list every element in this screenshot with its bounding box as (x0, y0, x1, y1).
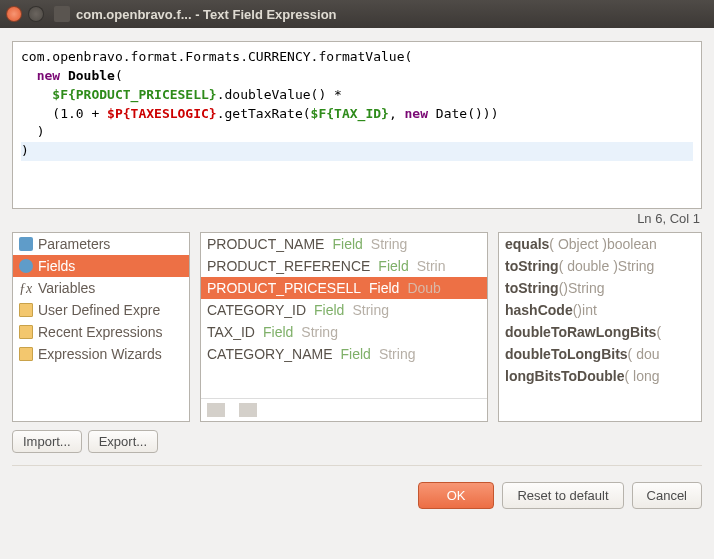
import-button[interactable]: Import... (12, 430, 82, 453)
method-row[interactable]: hashCode() int (499, 299, 701, 321)
method-row[interactable]: longBitsToDouble( long (499, 365, 701, 387)
category-fields[interactable]: Fields (13, 255, 189, 277)
fields-toolbar (201, 398, 487, 421)
variables-icon: ƒx (19, 281, 33, 295)
field-row[interactable]: PRODUCT_PRICESELLFieldDoub (201, 277, 487, 299)
fields-panel: PRODUCT_NAMEFieldString PRODUCT_REFERENC… (200, 232, 488, 422)
field-row[interactable]: CATEGORY_NAMEFieldString (201, 343, 487, 365)
editor-status: Ln 6, Col 1 (12, 209, 702, 232)
method-row[interactable]: equals( Object ) boolean (499, 233, 701, 255)
close-icon[interactable] (6, 6, 22, 22)
folder-icon (19, 347, 33, 361)
category-userdef[interactable]: User Defined Expre (13, 299, 189, 321)
tool-icon[interactable] (207, 403, 225, 417)
window-title: com.openbravo.f... - Text Field Expressi… (76, 7, 337, 22)
titlebar: com.openbravo.f... - Text Field Expressi… (0, 0, 714, 28)
category-wizards[interactable]: Expression Wizards (13, 343, 189, 365)
field-row[interactable]: CATEGORY_IDFieldString (201, 299, 487, 321)
method-row[interactable]: toString( double ) String (499, 255, 701, 277)
ok-button[interactable]: OK (418, 482, 495, 509)
category-variables[interactable]: ƒxVariables (13, 277, 189, 299)
methods-panel: equals( Object ) boolean toString( doubl… (498, 232, 702, 422)
method-row[interactable]: doubleToLongBits( dou (499, 343, 701, 365)
method-row[interactable]: doubleToRawLongBits( (499, 321, 701, 343)
fields-list: PRODUCT_NAMEFieldString PRODUCT_REFERENC… (201, 233, 487, 398)
tool-icon[interactable] (239, 403, 257, 417)
category-parameters[interactable]: Parameters (13, 233, 189, 255)
folder-icon (19, 325, 33, 339)
parameters-icon (19, 237, 33, 251)
reset-button[interactable]: Reset to default (502, 482, 623, 509)
field-row[interactable]: PRODUCT_REFERENCEFieldStrin (201, 255, 487, 277)
method-row[interactable]: toString() String (499, 277, 701, 299)
expression-editor[interactable]: com.openbravo.format.Formats.CURRENCY.fo… (12, 41, 702, 209)
field-row[interactable]: TAX_IDFieldString (201, 321, 487, 343)
app-icon (54, 6, 70, 22)
category-recent[interactable]: Recent Expressions (13, 321, 189, 343)
folder-icon (19, 303, 33, 317)
methods-list: equals( Object ) boolean toString( doubl… (499, 233, 701, 421)
field-row[interactable]: PRODUCT_NAMEFieldString (201, 233, 487, 255)
category-panel: Parameters Fields ƒxVariables User Defin… (12, 232, 190, 422)
minimize-icon[interactable] (28, 6, 44, 22)
cancel-button[interactable]: Cancel (632, 482, 702, 509)
export-button[interactable]: Export... (88, 430, 158, 453)
fields-icon (19, 259, 33, 273)
